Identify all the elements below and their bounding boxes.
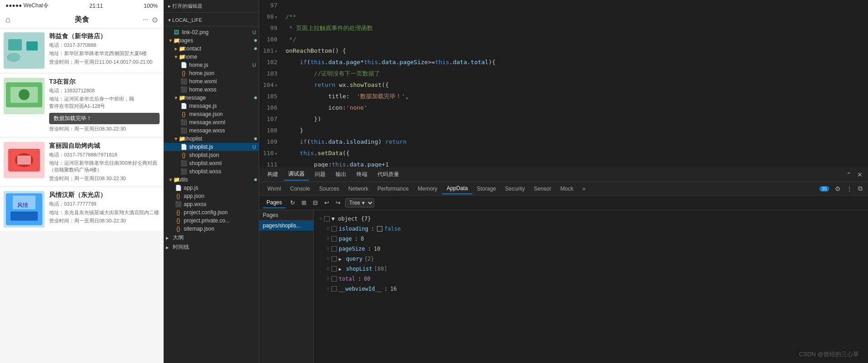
folder-home[interactable]: ▾ 📁 home — [164, 53, 259, 61]
tree-checkbox[interactable] — [331, 246, 337, 252]
tree-checkbox[interactable] — [331, 256, 337, 262]
view-select[interactable]: Tree ▾ — [345, 198, 374, 207]
tab-issues[interactable]: 问题 — [310, 169, 330, 180]
detach-icon[interactable]: ⧉ — [856, 184, 864, 193]
tab-mock[interactable]: Mock — [556, 184, 578, 194]
phone-content[interactable]: 韩益食（新华路店） 电话：0317-3770888 地址：新华区新华路老华北西侧… — [0, 29, 163, 363]
file-messagejson[interactable]: {} message.json — [164, 110, 259, 118]
redo-btn[interactable]: ↪ — [334, 198, 342, 207]
file-appwxss[interactable]: ⬛ app.wxss — [164, 200, 259, 208]
file-appjs[interactable]: 📄 app.js — [164, 184, 259, 192]
tab-storage[interactable]: Storage — [472, 184, 501, 194]
undo-btn[interactable]: ↩ — [322, 198, 331, 207]
folder-name: utils — [178, 176, 254, 183]
refresh-btn[interactable]: ↻ — [288, 198, 297, 207]
file-tree[interactable]: 🖼 link-02.png U ▾ 📁 pages ▸ 📁 contact ▾ … — [164, 26, 259, 363]
file-name: home.wxss — [189, 86, 259, 93]
tab-sources[interactable]: Sources — [315, 184, 344, 194]
drag-handle[interactable]: ⠿ — [326, 237, 330, 242]
close-icon[interactable]: ✕ — [855, 170, 864, 179]
tab-terminal[interactable]: 终端 — [352, 169, 372, 180]
folder-shoplist[interactable]: ▾ 📁 shoplist — [164, 135, 259, 143]
file-explorer-header: ▸ 打开的编辑器 — [164, 0, 259, 13]
drag-handle[interactable]: ⠿ — [326, 267, 330, 272]
restaurant-info: 富丽园自助烤肉城 电话：0317-7577888/7971818 地址：运河区新… — [49, 142, 160, 182]
tab-sensor[interactable]: Sensor — [529, 184, 556, 194]
line-num-109: 109 — [259, 136, 277, 148]
tree-checkbox[interactable] — [331, 236, 337, 242]
folder-timeline[interactable]: ▸ 时间线 — [164, 242, 259, 252]
file-homejs[interactable]: 📄 home.js U — [164, 61, 259, 69]
camera-icon[interactable]: ⊙ — [152, 15, 158, 24]
tab-more[interactable]: » — [578, 184, 590, 194]
file-item-link02[interactable]: 🖼 link-02.png U — [164, 28, 259, 36]
tab-console[interactable]: Console — [286, 184, 315, 194]
file-name: message.json — [189, 111, 259, 117]
folder-message[interactable]: ▾ 📁 message — [164, 94, 259, 102]
tab-build[interactable]: 构建 — [263, 169, 283, 180]
file-shoplistwxml[interactable]: ⬛ shoplist.wxml — [164, 159, 259, 167]
tab-security[interactable]: Security — [501, 184, 529, 194]
tab-performance[interactable]: Performance — [373, 184, 413, 194]
file-projectprivate[interactable]: {} project.private.co... — [164, 217, 259, 225]
drag-handle[interactable]: ⠿ — [326, 277, 330, 282]
tree-checkbox[interactable] — [324, 216, 330, 222]
code-content[interactable]: /** * 页面上拉触底事件的处理函数 */ onReachBottom() {… — [282, 0, 868, 167]
restaurant-image — [4, 78, 45, 114]
expand-btn[interactable]: ⊞ — [300, 198, 308, 207]
list-item[interactable]: 韩益食（新华路店） 电话：0317-3770888 地址：新华区新华路老华北西侧… — [0, 29, 163, 72]
value-checkbox[interactable] — [377, 226, 382, 232]
drag-handle[interactable]: ⠿ — [319, 217, 322, 222]
file-messagewxml[interactable]: ⬛ message.wxml — [164, 118, 259, 126]
tab-memory[interactable]: Memory — [413, 184, 442, 194]
file-messagejs[interactable]: 📄 message.js — [164, 102, 259, 110]
list-item[interactable]: 富丽园自助烤肉城 电话：0317-7577888/7971818 地址：运河区新… — [0, 138, 163, 186]
tab-appdata[interactable]: AppData — [442, 183, 472, 194]
drag-handle[interactable]: ⠿ — [326, 257, 330, 262]
tree-checkbox[interactable] — [331, 276, 337, 282]
drag-handle[interactable]: ⠿ — [326, 227, 330, 232]
expander-icon[interactable]: ▶ — [339, 267, 344, 272]
tab-codequality[interactable]: 代码质量 — [373, 169, 404, 180]
tab-debugger[interactable]: 调试器 — [284, 168, 309, 181]
file-homejson[interactable]: {} home.json — [164, 69, 259, 77]
file-homewxss[interactable]: ⬛ home.wxss — [164, 86, 259, 94]
drag-handle[interactable]: ⠿ — [326, 247, 330, 252]
collapse-btn[interactable]: ⊟ — [311, 198, 320, 207]
pages-header: Pages — [259, 210, 313, 221]
tree-checkbox[interactable] — [331, 266, 337, 272]
settings-icon[interactable]: ⚙ — [833, 184, 843, 193]
pages-btn[interactable]: Pages — [263, 197, 286, 208]
file-name: message.wxss — [189, 127, 259, 134]
file-messagewxss[interactable]: ⬛ message.wxss — [164, 126, 259, 135]
folder-outline[interactable]: ▸ 大纲 — [164, 233, 259, 242]
list-item[interactable]: T3在首尔 电话：13832712808 地址：运河区老华北后身一中前街，顾客停… — [0, 74, 163, 136]
file-homewxml[interactable]: ⬛ home.wxml — [164, 77, 259, 86]
tree-checkbox[interactable] — [331, 226, 337, 232]
file-appjson[interactable]: {} app.json — [164, 192, 259, 200]
drag-handle[interactable]: ⠿ — [326, 287, 330, 292]
restaurant-image — [4, 142, 45, 178]
file-shoplistwxss[interactable]: ⬛ shoplist.wxss — [164, 167, 259, 176]
folder-pages[interactable]: ▾ 📁 pages — [164, 36, 259, 45]
list-item[interactable]: 风情 风情汉斯（东光店） 电话：0317-7777799 地址：东光县东光镇苗城… — [0, 187, 163, 231]
back-icon[interactable]: ⌂ — [5, 15, 10, 25]
file-sitemap[interactable]: {} sitemap.json — [164, 225, 259, 233]
collapse-icon[interactable]: ⌃ — [844, 170, 853, 179]
file-shoplistjs[interactable]: 📄 shoplist.js U — [164, 143, 259, 151]
tab-wxml[interactable]: Wxml — [263, 184, 286, 194]
tree-checkbox[interactable] — [331, 286, 337, 292]
more-icon[interactable]: ··· — [143, 15, 148, 24]
folder-utils[interactable]: ▾ 📁 utils — [164, 176, 259, 184]
expander-icon[interactable]: ▶ — [339, 257, 344, 262]
file-name: project.private.co... — [184, 217, 259, 224]
root-folder[interactable]: ▾ LOCAL_LIFE — [164, 15, 259, 26]
tab-network[interactable]: Network — [344, 184, 373, 194]
file-projectconfig[interactable]: {} project.config.json — [164, 208, 259, 217]
folder-contact[interactable]: ▸ 📁 contact — [164, 45, 259, 53]
tab-output[interactable]: 输出 — [331, 169, 351, 180]
page-item-shoplist[interactable]: pages/shoplis... — [259, 221, 313, 231]
file-shoplistjson[interactable]: {} shoplist.json — [164, 151, 259, 159]
code-line-104: return wx.showToast({ — [286, 80, 868, 91]
more-icon[interactable]: ⋮ — [844, 184, 854, 193]
